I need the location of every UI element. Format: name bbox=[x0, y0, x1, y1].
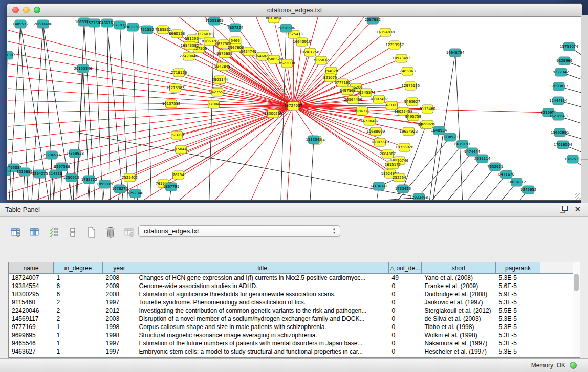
graph-node[interactable]: 8660128 bbox=[169, 30, 185, 38]
delete-rows-button[interactable] bbox=[104, 226, 117, 239]
graph-node[interactable]: 9777169 bbox=[335, 79, 351, 87]
graph-node[interactable]: 9427552 bbox=[209, 88, 225, 96]
graph-node[interactable]: 17016504 bbox=[554, 141, 572, 149]
graph-node[interactable]: 8938923 bbox=[442, 133, 458, 141]
float-panel-icon[interactable] bbox=[560, 206, 567, 213]
graph-node[interactable]: 6679197 bbox=[454, 140, 470, 148]
table-row[interactable]: 2242004622012Investigating the contribut… bbox=[9, 307, 574, 315]
graph-node[interactable]: 7955812 bbox=[313, 56, 329, 64]
graph-node[interactable]: 9463627 bbox=[404, 98, 420, 106]
graph-node[interactable]: 9875685 bbox=[216, 50, 232, 58]
graph-node[interactable]: 252254 bbox=[393, 173, 406, 182]
graph-node[interactable]: 751552 bbox=[140, 26, 154, 34]
graph-node[interactable]: 15751074 bbox=[560, 42, 578, 51]
graph-node[interactable]: 7857224 bbox=[227, 24, 244, 32]
graph-node[interactable]: 25206576 bbox=[42, 151, 61, 159]
graph-node[interactable]: 10107552 bbox=[162, 100, 181, 108]
graph-node[interactable]: 16961758 bbox=[301, 48, 319, 56]
close-panel-icon[interactable]: ✕ bbox=[574, 206, 581, 213]
graph-node[interactable]: 2051307 bbox=[7, 51, 15, 59]
graph-node[interactable]: 1294275 bbox=[32, 170, 48, 178]
graph-node[interactable]: 16648784 bbox=[446, 49, 465, 57]
table-scrollbar-thumb[interactable] bbox=[574, 274, 579, 291]
column-header-out_de[interactable]: △ out_de... bbox=[389, 262, 422, 274]
graph-node[interactable]: 2718126 bbox=[171, 69, 187, 77]
table-row[interactable]: 946362711997Embryonic stem cells: a mode… bbox=[9, 347, 574, 356]
graph-node[interactable]: 1250513 bbox=[63, 173, 79, 182]
minimize-window-button[interactable] bbox=[23, 7, 30, 13]
delete-table-button[interactable]: x bbox=[123, 226, 136, 239]
graph-node[interactable]: 9227342 bbox=[553, 68, 569, 76]
table-settings-button[interactable] bbox=[9, 226, 23, 239]
graph-node[interactable]: 7525402 bbox=[122, 173, 138, 182]
graph-node[interactable]: 1678275 bbox=[112, 185, 128, 193]
table-row[interactable]: 1830029562008Estimation of significance … bbox=[9, 290, 574, 298]
graph-node[interactable]: 9329966 bbox=[556, 57, 573, 65]
graph-node[interactable]: 9115460 bbox=[420, 105, 435, 113]
graph-node[interactable]: 15692991 bbox=[551, 128, 569, 137]
graph-node[interactable]: 9245652 bbox=[520, 186, 536, 194]
table-row[interactable]: 969969511998Structural magnetic resonanc… bbox=[9, 331, 574, 339]
graph-node[interactable]: 2903144 bbox=[212, 76, 228, 84]
column-header-title[interactable]: title bbox=[136, 262, 389, 274]
graph-node[interactable]: 1292346 bbox=[127, 189, 144, 198]
graph-node[interactable]: 12923468 bbox=[410, 193, 428, 200]
graph-node[interactable]: 62160 bbox=[386, 101, 397, 110]
graph-node[interactable]: 2684067 bbox=[380, 150, 396, 158]
table-row[interactable]: 1456911722003Disruption of a novel membe… bbox=[9, 315, 574, 323]
graph-node[interactable]: 15044 bbox=[175, 145, 187, 154]
graph-node[interactable]: 9495759 bbox=[405, 113, 421, 121]
graph-node[interactable]: 9397588 bbox=[54, 163, 70, 171]
graph-node[interactable]: 151668 bbox=[170, 131, 184, 139]
graph-node[interactable]: 12093877 bbox=[550, 82, 568, 91]
table-row[interactable]: 977716911998Corpus callosum shape and si… bbox=[9, 323, 574, 331]
graph-node[interactable]: 20691406 bbox=[34, 20, 52, 28]
graph-node[interactable]: 1405572 bbox=[12, 20, 28, 28]
graph-node[interactable]: 19654923 bbox=[400, 127, 418, 136]
table-row[interactable]: 911546021997Tourette syndrome. Phenomeno… bbox=[9, 298, 574, 307]
table-row[interactable]: 1938455462009Genome-wide association stu… bbox=[9, 282, 574, 290]
graph-node[interactable]: 12444154 bbox=[549, 97, 568, 105]
graph-node[interactable]: 1095810 bbox=[97, 180, 113, 188]
graph-node[interactable]: 9857791 bbox=[163, 183, 179, 191]
graph-node[interactable]: 1615172 bbox=[385, 161, 401, 169]
graph-node[interactable]: 33139 bbox=[7, 167, 11, 176]
graph-node[interactable]: 1513545 bbox=[306, 136, 321, 144]
graph-node[interactable]: 7986372 bbox=[354, 107, 370, 115]
graph-node[interactable]: 8522038 bbox=[279, 59, 295, 68]
create-table-button[interactable] bbox=[85, 226, 98, 239]
row-height-button[interactable] bbox=[66, 226, 79, 239]
graph-node[interactable]: 8471676 bbox=[498, 170, 515, 179]
column-checklist-button[interactable]: ✓✓✓ bbox=[47, 226, 60, 239]
memory-ok-indicator[interactable] bbox=[570, 362, 577, 369]
graph-node[interactable]: 76254 bbox=[172, 171, 184, 179]
close-window-button[interactable] bbox=[12, 7, 19, 13]
graph-node[interactable]: 16033809 bbox=[205, 17, 224, 25]
graph-node[interactable]: 8813054 bbox=[266, 17, 282, 23]
column-header-year[interactable]: year bbox=[103, 262, 136, 274]
column-header-short[interactable]: short bbox=[422, 262, 496, 274]
graph-node[interactable]: 16640910 bbox=[293, 38, 311, 46]
graph-node[interactable]: 2935114 bbox=[474, 155, 491, 163]
table-row[interactable]: 946554611997Estimation of the future num… bbox=[9, 339, 574, 347]
graph-node[interactable]: 1315682 bbox=[16, 168, 32, 176]
graph-node[interactable]: 1167533 bbox=[564, 155, 580, 163]
graph-node[interactable]: 2087682 bbox=[365, 17, 381, 24]
graph-node[interactable]: 1795722 bbox=[81, 176, 97, 184]
graph-node[interactable]: 1733426 bbox=[395, 185, 411, 193]
graph-node[interactable]: 16154838 bbox=[376, 28, 395, 36]
maximize-window-button[interactable] bbox=[34, 7, 40, 13]
column-header-pagerank[interactable]: pagerank bbox=[496, 262, 540, 274]
graph-node[interactable]: 19756928 bbox=[396, 143, 414, 151]
graph-node[interactable]: 9242845 bbox=[214, 62, 230, 71]
show-columns-button[interactable] bbox=[28, 226, 41, 239]
column-header-in_degree[interactable]: in_degree bbox=[54, 262, 103, 274]
graph-node[interactable]: 1640954 bbox=[431, 126, 447, 135]
graph-node[interactable]: 10807487 bbox=[369, 95, 388, 103]
graph-node[interactable]: 17004 bbox=[208, 100, 220, 108]
graph-node[interactable]: 6497568 bbox=[340, 86, 356, 95]
graph-node[interactable]: 7632621 bbox=[487, 163, 503, 171]
graph-node[interactable]: 12975125 bbox=[402, 82, 420, 90]
network-canvas[interactable]: 1872400771638228660128591295423226038982… bbox=[7, 17, 582, 200]
column-header-name[interactable]: name bbox=[9, 262, 54, 274]
